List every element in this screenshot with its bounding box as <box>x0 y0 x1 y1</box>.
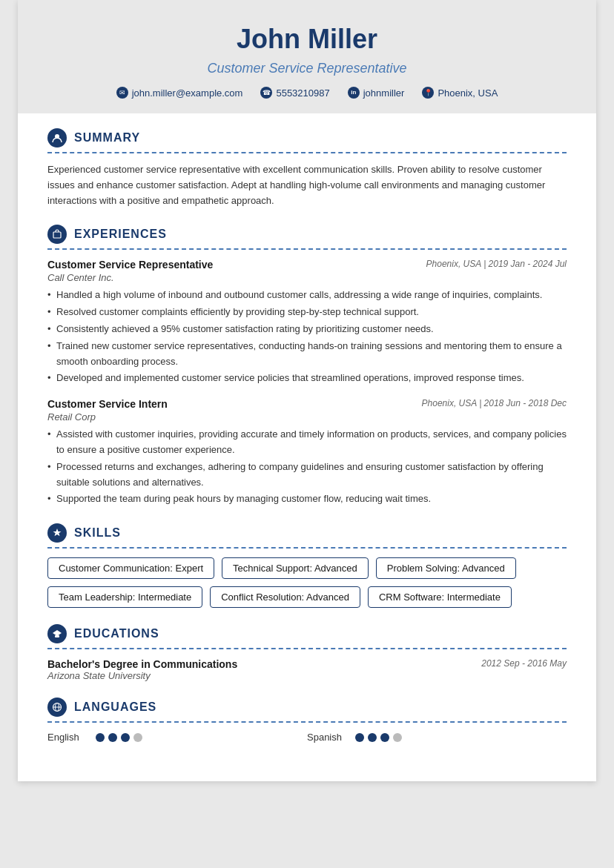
experience-item-1: Customer Service Representative Phoenix,… <box>47 259 567 386</box>
bullet-item: Processed returns and exchanges, adherin… <box>47 460 567 491</box>
exp1-company: Call Center Inc. <box>47 272 567 283</box>
experiences-section: EXPERIENCES Customer Service Representat… <box>47 225 567 507</box>
educations-section: EDUCATIONS Bachelor's Degree in Communic… <box>47 624 567 681</box>
languages-divider <box>47 721 567 723</box>
bullet-item: Trained new customer service representat… <box>47 339 567 370</box>
skill-badge: Technical Support: Advanced <box>222 557 369 579</box>
educations-divider <box>47 648 567 649</box>
english-dots <box>96 733 142 742</box>
contact-bar: ✉ john.miller@example.com ☎ 5553210987 i… <box>47 87 567 99</box>
summary-text: Experienced customer service representat… <box>47 162 567 208</box>
educations-title: EDUCATIONS <box>74 627 159 640</box>
location-text: Phoenix, USA <box>438 87 498 99</box>
experiences-title: EXPERIENCES <box>74 228 167 241</box>
linkedin-text: johnmiller <box>363 87 405 99</box>
languages-icon <box>47 698 67 717</box>
skills-grid: Customer Communication: Expert Technical… <box>47 557 567 608</box>
email-text: john.miller@example.com <box>132 87 243 99</box>
candidate-name: John Miller <box>47 24 567 55</box>
dot-filled <box>368 733 377 742</box>
linkedin-icon: in <box>348 87 360 99</box>
location-contact: 📍 Phoenix, USA <box>422 87 498 99</box>
phone-text: 5553210987 <box>276 87 329 99</box>
exp1-job-title: Customer Service Representative <box>47 259 213 271</box>
svg-marker-2 <box>53 630 62 636</box>
skills-icon <box>47 523 67 543</box>
exp2-company: Retail Corp <box>47 411 567 423</box>
skill-badge: Problem Solving: Advanced <box>376 557 516 579</box>
experience-item-2: Customer Service Intern Phoenix, USA | 2… <box>47 398 567 507</box>
exp1-bullets: Handled a high volume of inbound and out… <box>47 288 567 386</box>
bullet-item: Supported the team during peak hours by … <box>47 491 567 507</box>
summary-title: SUMMARY <box>74 131 140 145</box>
languages-title: LANGUAGES <box>74 700 156 714</box>
languages-section: LANGUAGES English Spanish <box>47 698 567 743</box>
exp2-location-date: Phoenix, USA | 2018 Jun - 2018 Dec <box>422 398 567 408</box>
exp1-title-row: Customer Service Representative Phoenix,… <box>47 259 567 271</box>
main-content: SUMMARY Experienced customer service rep… <box>18 113 596 781</box>
exp2-bullets: Assisted with customer inquiries, provid… <box>47 427 567 507</box>
bullet-item: Developed and implemented customer servi… <box>47 371 567 386</box>
exp2-job-title: Customer Service Intern <box>47 398 168 410</box>
edu1-date: 2012 Sep - 2016 May <box>481 658 567 669</box>
phone-contact: ☎ 5553210987 <box>260 87 329 99</box>
skills-title: SKILLS <box>74 526 121 540</box>
bullet-item: Handled a high volume of inbound and out… <box>47 288 567 303</box>
bullet-item: Assisted with customer inquiries, provid… <box>47 427 567 458</box>
language-spanish: Spanish <box>307 732 567 743</box>
dot-empty <box>393 733 402 742</box>
english-label: English <box>47 732 88 743</box>
spanish-dots <box>355 733 402 742</box>
svg-rect-1 <box>53 232 61 238</box>
resume-document: John Miller Customer Service Representat… <box>18 0 596 781</box>
skill-badge: Customer Communication: Expert <box>47 557 214 579</box>
experiences-divider <box>47 248 567 250</box>
education-item-1: Bachelor's Degree in Communications 2012… <box>47 658 567 681</box>
summary-icon <box>47 128 67 148</box>
svg-rect-3 <box>55 635 59 637</box>
skills-header: SKILLS <box>47 523 567 543</box>
dot-empty <box>133 733 142 742</box>
phone-icon: ☎ <box>260 87 272 99</box>
bullet-item: Consistently achieved a 95% customer sat… <box>47 322 567 337</box>
bullet-item: Resolved customer complaints efficiently… <box>47 305 567 320</box>
dot-filled <box>96 733 105 742</box>
summary-section: SUMMARY Experienced customer service rep… <box>47 128 567 208</box>
summary-divider <box>47 152 567 153</box>
exp2-title-row: Customer Service Intern Phoenix, USA | 2… <box>47 398 567 410</box>
skill-badge: Conflict Resolution: Advanced <box>210 586 360 608</box>
experiences-icon <box>47 225 67 244</box>
skill-badge: CRM Software: Intermediate <box>368 586 512 608</box>
email-icon: ✉ <box>116 87 128 99</box>
spanish-label: Spanish <box>307 732 348 743</box>
resume-header: John Miller Customer Service Representat… <box>18 0 596 113</box>
linkedin-contact: in johnmiller <box>348 87 405 99</box>
exp1-location-date: Phoenix, USA | 2019 Jan - 2024 Jul <box>426 259 567 269</box>
dot-filled <box>108 733 117 742</box>
dot-filled <box>121 733 130 742</box>
skills-section: SKILLS Customer Communication: Expert Te… <box>47 523 567 608</box>
languages-row: English Spanish <box>47 732 567 743</box>
candidate-title: Customer Service Representative <box>47 61 567 76</box>
dot-filled <box>355 733 364 742</box>
language-english: English <box>47 732 307 743</box>
edu1-school: Arizona State University <box>47 670 567 681</box>
educations-header: EDUCATIONS <box>47 624 567 643</box>
location-icon: 📍 <box>422 87 434 99</box>
edu1-title-row: Bachelor's Degree in Communications 2012… <box>47 658 567 670</box>
edu1-degree: Bachelor's Degree in Communications <box>47 658 237 670</box>
summary-header: SUMMARY <box>47 128 567 148</box>
dot-filled <box>380 733 389 742</box>
skills-divider <box>47 547 567 549</box>
experiences-header: EXPERIENCES <box>47 225 567 244</box>
email-contact: ✉ john.miller@example.com <box>116 87 243 99</box>
languages-header: LANGUAGES <box>47 698 567 717</box>
educations-icon <box>47 624 67 643</box>
skill-badge: Team Leadership: Intermediate <box>47 586 202 608</box>
